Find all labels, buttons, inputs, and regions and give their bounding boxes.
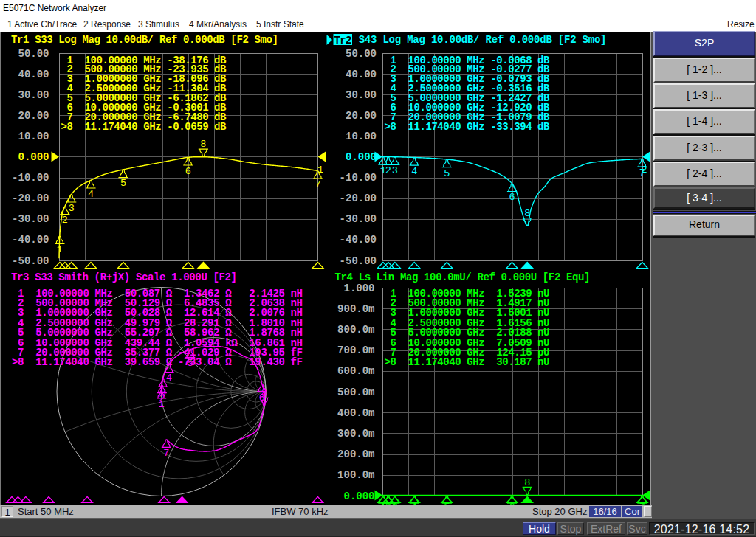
svg-text:-20.00: -20.00 (340, 193, 377, 204)
svg-text:-10.00: -10.00 (12, 172, 49, 184)
svg-text:-20.00: -20.00 (12, 193, 49, 204)
svg-text:3: 3 (392, 165, 398, 176)
svg-text:S43 Log Mag 10.00dB/ Ref 0.000: S43 Log Mag 10.00dB/ Ref 0.000dB [F2 Smo… (353, 34, 607, 46)
svg-text:7: 7 (163, 448, 169, 459)
svg-text:>8 11.174040 GHz 30.187 nU: >8 11.174040 GHz 30.187 nU (385, 356, 550, 368)
svg-text:10.00: 10.00 (18, 131, 49, 142)
svg-text:>8 11.174040 GHz -33.394 dB: >8 11.174040 GHz -33.394 dB (385, 121, 551, 133)
svg-text:8: 8 (200, 139, 206, 150)
svg-text:0.000: 0.000 (346, 151, 377, 163)
svg-text:8: 8 (261, 388, 267, 399)
svg-text:10.00: 10.00 (346, 131, 377, 142)
svg-text:7: 7 (315, 179, 320, 190)
svg-text:Tr4 Ls Lin Mag 100.0mU/ Ref 0.: Tr4 Ls Lin Mag 100.0mU/ Ref 0.000U [F2 E… (335, 271, 591, 283)
svg-text:-50.00: -50.00 (340, 255, 377, 267)
svg-text:0.000: 0.000 (18, 151, 49, 163)
svg-text:40.00: 40.00 (346, 69, 377, 80)
svg-text:5: 5 (444, 168, 450, 179)
svg-text:>8 11.174040 GHz 39.659 Ω -7: >8 11.174040 GHz 39.659 Ω -733.04 Ω 19.4… (12, 356, 303, 368)
svg-text:50.00: 50.00 (18, 48, 49, 60)
svg-text:5: 5 (120, 178, 126, 189)
svg-text:50.00: 50.00 (346, 48, 377, 60)
svg-text:Tr1 S33 Log Mag 10.00dB/ Ref 0: Tr1 S33 Log Mag 10.00dB/ Ref 0.000dB [F2… (11, 34, 278, 46)
svg-text:2: 2 (62, 215, 68, 226)
svg-text:2: 2 (385, 165, 391, 176)
svg-text:Tr3 S33 Smith (R+jX) Scale 1.0: Tr3 S33 Smith (R+jX) Scale 1.000U [F2] (11, 271, 237, 283)
svg-text:>8 11.174040 GHz -0.0659 dB: >8 11.174040 GHz -0.0659 dB (61, 121, 227, 133)
svg-text:0.000: 0.000 (343, 491, 374, 502)
svg-text:800.0m: 800.0m (337, 324, 374, 336)
svg-text:20.00: 20.00 (18, 110, 49, 122)
svg-text:20.00: 20.00 (346, 110, 377, 122)
svg-text:-30.00: -30.00 (12, 213, 49, 225)
svg-text:7: 7 (639, 167, 645, 179)
svg-text:5: 5 (188, 358, 193, 369)
svg-text:700.0m: 700.0m (337, 344, 374, 356)
svg-text:900.0m: 900.0m (337, 303, 374, 315)
svg-text:300.0m: 300.0m (337, 428, 374, 440)
svg-text:Tr2: Tr2 (334, 35, 352, 46)
svg-text:200.0m: 200.0m (337, 448, 374, 460)
svg-text:4: 4 (166, 373, 172, 384)
svg-text:30.00: 30.00 (18, 89, 49, 101)
svg-text:400.0m: 400.0m (337, 407, 374, 419)
svg-text:100.0m: 100.0m (337, 469, 374, 481)
svg-text:4: 4 (88, 189, 94, 200)
svg-text:6: 6 (185, 166, 191, 177)
svg-text:-40.00: -40.00 (340, 234, 377, 246)
svg-text:40.00: 40.00 (18, 69, 49, 80)
svg-text:500.0m: 500.0m (337, 387, 374, 398)
svg-text:3: 3 (160, 387, 166, 398)
svg-text:-10.00: -10.00 (340, 172, 377, 184)
svg-text:6: 6 (509, 192, 515, 203)
svg-text:1.000: 1.000 (343, 283, 374, 294)
svg-text:-40.00: -40.00 (12, 234, 49, 246)
svg-text:1: 1 (57, 244, 63, 255)
svg-text:30.00: 30.00 (346, 89, 377, 101)
svg-text:1: 1 (317, 164, 323, 176)
svg-text:8: 8 (524, 208, 530, 219)
svg-text:3: 3 (69, 203, 75, 214)
svg-text:600.0m: 600.0m (337, 365, 374, 377)
svg-text:-30.00: -30.00 (340, 213, 377, 225)
svg-text:4: 4 (411, 166, 417, 177)
svg-text:-50.00: -50.00 (12, 255, 49, 267)
svg-text:8: 8 (524, 477, 530, 488)
